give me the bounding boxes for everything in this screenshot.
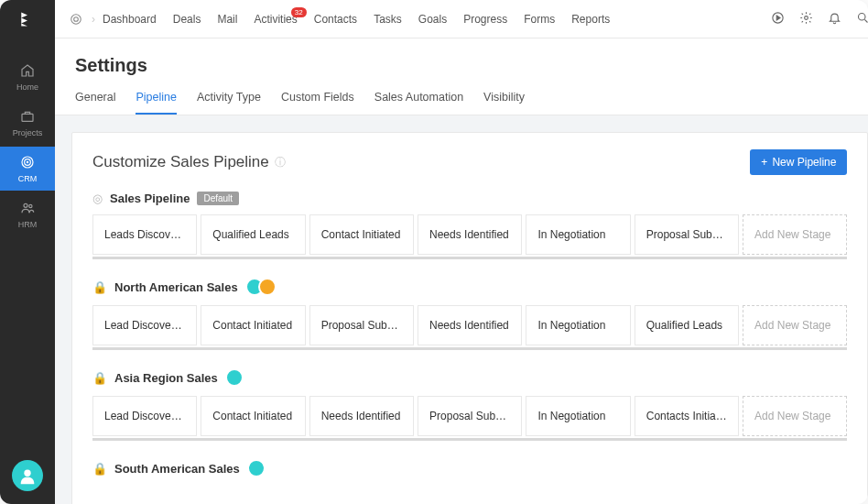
pipeline-block: 🔒 South American Sales [92,459,847,477]
lock-icon: 🔒 [92,371,107,385]
plus-icon: + [761,156,767,169]
activities-badge: 32 [291,7,307,17]
stage-card[interactable]: Proposal Submitted [418,396,522,436]
topnav-item-progress[interactable]: Progress [463,13,507,26]
sidebar-item-home[interactable]: Home [0,55,55,99]
topbar: › Dashboard Deals Mail Activities32 Cont… [55,0,868,38]
pipeline-name: Asia Region Sales [114,371,218,385]
lock-icon: 🔒 [92,462,107,476]
settings-tabs: General Pipeline Activity Type Custom Fi… [75,91,864,115]
avatar [247,459,266,477]
tab-activity-type[interactable]: Activity Type [197,91,261,115]
stage-card[interactable]: In Negotiation [526,305,630,345]
stage-card[interactable]: Lead Discovered [92,305,197,345]
stage-row: Lead Discovered Contact Initiated Needs … [92,396,847,441]
stage-card[interactable]: In Negotiation [526,396,630,436]
sidebar: Home Projects CRM HRM [0,0,55,504]
pipeline-header: 🔒 Asia Region Sales [92,368,847,387]
chevron-right-icon: › [92,13,95,26]
svg-rect-0 [22,114,33,121]
stage-card[interactable]: Proposal Submitted [309,305,414,345]
stage-card[interactable]: Qualified Leads [635,305,739,345]
stage-card[interactable]: Needs Identified [309,396,414,436]
avatar [258,278,277,296]
stage-row: Lead Discovered Contact Initiated Propos… [92,305,847,350]
topnav-item-goals[interactable]: Goals [418,13,447,26]
sidebar-item-hrm[interactable]: HRM [0,192,55,236]
stage-card[interactable]: Contact Initiated [201,305,305,345]
topnav-item-forms[interactable]: Forms [524,13,555,26]
avatar [225,368,244,387]
tab-visibility[interactable]: Visibility [483,91,525,115]
sidebar-item-crm[interactable]: CRM [0,147,55,191]
search-icon[interactable] [856,11,868,27]
tab-general[interactable]: General [75,91,115,115]
stage-card[interactable]: Contact Initiated [201,396,305,436]
stage-card[interactable]: Lead Discovered [92,396,197,436]
stage-card[interactable]: Proposal Submitted [635,214,739,255]
svg-point-7 [71,14,81,24]
pipeline-header: 🔒 North American Sales [92,278,847,296]
breadcrumb-icon[interactable] [70,13,82,26]
tab-pipeline[interactable]: Pipeline [136,91,176,115]
pipeline-header: ◎ Sales Pipeline Default [92,192,847,205]
sidebar-item-projects[interactable]: Projects [0,101,55,145]
tab-sales-automation[interactable]: Sales Automation [374,91,463,115]
pipeline-block: 🔒 Asia Region Sales Lead Discovered Cont… [92,368,847,441]
add-stage-button[interactable]: Add New Stage [743,396,847,436]
svg-point-6 [24,470,30,477]
svg-point-4 [24,203,27,207]
sidebar-item-label: HRM [18,220,38,229]
bell-icon[interactable] [828,11,841,27]
panel-header: Customize Sales Pipeline ⓘ + New Pipelin… [92,149,847,175]
home-icon [19,62,36,79]
sidebar-item-label: Home [16,82,38,92]
top-nav: Dashboard Deals Mail Activities32 Contac… [103,13,610,26]
topnav-item-deals[interactable]: Deals [173,13,201,26]
topnav-item-contacts[interactable]: Contacts [314,13,357,26]
stage-card[interactable]: Needs Identified [418,305,522,345]
add-stage-button[interactable]: Add New Stage [743,214,847,255]
main-area: › Dashboard Deals Mail Activities32 Cont… [55,0,868,504]
app-logo[interactable] [0,0,55,38]
pipeline-block: 🔒 North American Sales Lead Discovered C… [92,278,847,350]
svg-point-3 [27,161,27,162]
pipeline-avatars[interactable] [247,459,266,477]
svg-point-5 [29,204,32,207]
sidebar-item-label: Projects [13,128,43,137]
settings-header: Settings General Pipeline Activity Type … [55,38,868,115]
stage-row: Leads Discovered Qualified Leads Contact… [92,214,847,259]
user-avatar[interactable] [12,460,43,491]
pipeline-avatars[interactable] [245,278,277,296]
sidebar-item-label: CRM [18,174,38,183]
pipeline-name: South American Sales [114,462,240,476]
pipeline-name: North American Sales [114,280,238,294]
stage-card[interactable]: Qualified Leads [201,214,305,255]
topnav-item-mail[interactable]: Mail [217,13,237,26]
stage-card[interactable]: Leads Discovered [92,214,197,255]
topnav-item-dashboard[interactable]: Dashboard [103,13,157,26]
tab-custom-fields[interactable]: Custom Fields [281,91,354,115]
play-icon[interactable] [771,11,785,27]
stage-card[interactable]: Contact Initiated [309,214,414,255]
topnav-item-reports[interactable]: Reports [571,13,610,26]
content: Customize Sales Pipeline ⓘ + New Pipelin… [55,115,868,504]
target-icon [19,154,36,170]
svg-point-10 [805,16,808,19]
gear-icon[interactable] [799,11,813,27]
briefcase-icon [19,108,36,125]
pipeline-avatars[interactable] [225,368,244,387]
topnav-item-tasks[interactable]: Tasks [374,13,402,26]
pipeline-name: Sales Pipeline [110,192,190,205]
stage-card[interactable]: In Negotiation [526,214,630,255]
topnav-item-activities[interactable]: Activities32 [254,13,297,26]
help-icon[interactable]: ⓘ [275,155,286,170]
add-stage-button[interactable]: Add New Stage [743,305,847,345]
lock-icon: 🔒 [92,280,107,294]
page-title: Settings [75,55,864,76]
pipeline-panel: Customize Sales Pipeline ⓘ + New Pipelin… [71,132,868,504]
new-pipeline-button[interactable]: + New Pipeline [750,149,847,175]
stage-card[interactable]: Contacts Initiated [635,396,739,436]
stage-card[interactable]: Needs Identified [418,214,522,255]
svg-point-8 [74,16,79,21]
